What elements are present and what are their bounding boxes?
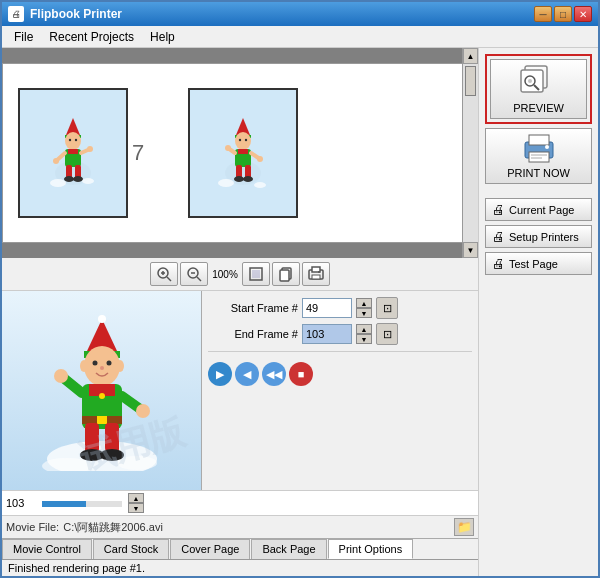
progress-bar <box>42 501 122 507</box>
spacer <box>485 188 592 194</box>
maximize-button[interactable]: □ <box>554 6 572 22</box>
end-frame-goto[interactable]: ⊡ <box>376 323 398 345</box>
end-frame-up[interactable]: ▲ <box>356 324 372 334</box>
svg-point-3 <box>65 132 81 150</box>
copy-btn[interactable] <box>272 262 300 286</box>
frame-counter: 103 <box>6 497 36 509</box>
test-page-icon: 🖨 <box>492 256 505 271</box>
left-panel: 7 <box>2 48 478 576</box>
tab-movie-control[interactable]: Movie Control <box>2 539 92 559</box>
svg-point-56 <box>98 315 106 323</box>
svg-rect-67 <box>97 416 107 424</box>
end-frame-label: End Frame # <box>208 328 298 340</box>
stop-button[interactable]: ■ <box>289 362 313 386</box>
elf-svg-right <box>216 113 271 193</box>
start-frame-input[interactable]: 49 <box>302 298 352 318</box>
svg-point-4 <box>68 139 70 141</box>
movie-file-path: C:\阿貓跳舞2006.avi <box>63 520 450 535</box>
svg-point-60 <box>100 366 104 370</box>
copy-icon <box>277 265 295 283</box>
scroll-thumb[interactable] <box>465 66 476 96</box>
preview-scrollbar[interactable]: ▲ ▼ <box>462 48 478 258</box>
start-frame-row: Start Frame # 49 ▲ ▼ ⊡ <box>208 297 472 319</box>
main-content: 7 <box>2 48 598 576</box>
svg-point-62 <box>116 360 124 372</box>
svg-point-35 <box>254 182 266 188</box>
print-now-button[interactable]: PRINT NOW <box>485 128 592 184</box>
zoom-out-btn[interactable] <box>180 262 208 286</box>
end-frame-input[interactable] <box>302 324 352 344</box>
svg-point-32 <box>225 145 231 151</box>
main-window: 🖨 Flipbook Printer ─ □ ✕ File Recent Pro… <box>0 0 600 578</box>
end-frame-row: End Frame # ▲ ▼ ⊡ <box>208 323 472 345</box>
status-text: Finished rendering page #1. <box>8 562 145 574</box>
svg-point-65 <box>99 393 105 399</box>
browse-file-btn[interactable]: 📁 <box>454 518 474 536</box>
frame-counter-down[interactable]: ▼ <box>128 503 144 513</box>
svg-rect-82 <box>529 135 549 145</box>
svg-point-28 <box>234 176 244 182</box>
svg-point-23 <box>244 139 246 141</box>
frame-counter-spinner: ▲ ▼ <box>128 493 144 513</box>
print-preview-btn[interactable] <box>302 262 330 286</box>
test-page-btn[interactable]: 🖨 Test Page <box>485 252 592 275</box>
fit-page-btn[interactable] <box>242 262 270 286</box>
preview-area: 7 <box>2 48 478 258</box>
tab-card-stock[interactable]: Card Stock <box>93 539 169 559</box>
svg-rect-46 <box>280 270 289 281</box>
start-frame-spinner: ▲ ▼ <box>356 298 372 318</box>
movie-file-row: Movie File: C:\阿貓跳舞2006.avi 📁 <box>2 516 478 538</box>
scroll-up-btn[interactable]: ▲ <box>463 48 478 64</box>
svg-point-34 <box>218 179 234 187</box>
menu-file[interactable]: File <box>6 28 41 46</box>
svg-point-11 <box>73 176 83 182</box>
progress-fill <box>42 501 86 507</box>
preview-button[interactable]: PREVIEW <box>490 59 587 119</box>
start-frame-down[interactable]: ▼ <box>356 308 372 318</box>
zoom-in-icon <box>155 265 173 283</box>
current-page-btn[interactable]: 🖨 Current Page <box>485 198 592 221</box>
back-button[interactable]: ◀ <box>235 362 259 386</box>
fit-page-icon <box>247 265 265 283</box>
svg-rect-68 <box>85 423 99 453</box>
print-preview-icon <box>307 265 325 283</box>
zoom-in-btn[interactable] <box>150 262 178 286</box>
tab-back-page[interactable]: Back Page <box>251 539 326 559</box>
frame-counter-up[interactable]: ▲ <box>128 493 144 503</box>
preview-icon <box>519 64 559 100</box>
frame-info-bar: 103 ▲ ▼ <box>2 490 478 516</box>
start-frame-goto[interactable]: ⊡ <box>376 297 398 319</box>
svg-rect-83 <box>529 152 549 162</box>
preview-btn-container[interactable]: PREVIEW <box>485 54 592 124</box>
rewind-button[interactable]: ◀◀ <box>262 362 286 386</box>
scroll-down-btn[interactable]: ▼ <box>463 242 478 258</box>
current-page-icon: 🖨 <box>492 202 505 217</box>
minimize-button[interactable]: ─ <box>534 6 552 22</box>
setup-printers-btn[interactable]: 🖨 Setup Printers <box>485 225 592 248</box>
svg-point-33 <box>257 156 263 162</box>
svg-point-29 <box>243 176 253 182</box>
svg-rect-25 <box>238 149 248 154</box>
right-panel: PREVIEW PRINT NOW 🖨 Current Pa <box>478 48 598 576</box>
elf-preview-bg <box>2 291 201 490</box>
svg-point-14 <box>53 158 59 164</box>
tab-cover-page[interactable]: Cover Page <box>170 539 250 559</box>
menu-help[interactable]: Help <box>142 28 183 46</box>
end-frame-down[interactable]: ▼ <box>356 334 372 344</box>
title-bar: 🖨 Flipbook Printer ─ □ ✕ <box>2 2 598 26</box>
test-page-label: Test Page <box>509 258 558 270</box>
title-controls: ─ □ ✕ <box>534 6 592 22</box>
print-now-label: PRINT NOW <box>507 167 570 179</box>
tab-print-options[interactable]: Print Options <box>328 539 414 559</box>
menu-recent-projects[interactable]: Recent Projects <box>41 28 142 46</box>
svg-point-5 <box>74 139 76 141</box>
svg-point-50 <box>318 271 320 273</box>
elf-large-svg <box>37 311 167 471</box>
printer-icon <box>520 133 558 165</box>
controls-area: Start Frame # 49 ▲ ▼ ⊡ End Frame # ▲ <box>202 291 478 490</box>
setup-printers-label: Setup Printers <box>509 231 579 243</box>
bottom-section: 试用版 Start Frame # 49 ▲ ▼ ⊡ <box>2 291 478 490</box>
start-frame-up[interactable]: ▲ <box>356 298 372 308</box>
close-button[interactable]: ✕ <box>574 6 592 22</box>
play-button[interactable]: ▶ <box>208 362 232 386</box>
